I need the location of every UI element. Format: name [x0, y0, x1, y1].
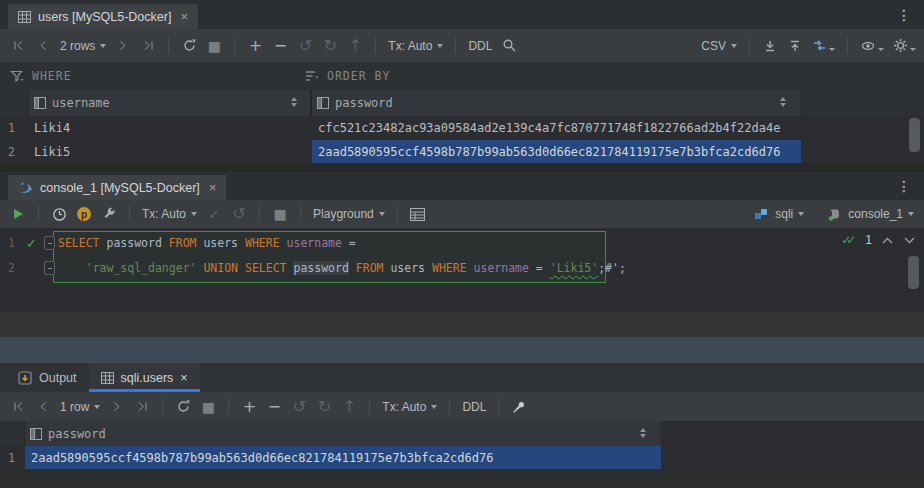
add-row-button[interactable]: + [247, 36, 263, 56]
table-row[interactable]: 1 2aad5890595ccf4598b787b99ab563d0d66ec8… [0, 446, 924, 469]
session-dropdown[interactable]: console_1 [827, 207, 914, 221]
pin-tab-icon[interactable] [511, 397, 527, 417]
delete-row-button[interactable]: − [266, 397, 282, 417]
view-options-eye-icon[interactable] [860, 39, 884, 53]
settings-wrench-icon[interactable] [101, 204, 117, 224]
export-format-dropdown[interactable]: CSV [701, 39, 737, 53]
tab-users-table[interactable]: users [MySQL5-Docker] × [8, 4, 198, 29]
prev-page-button[interactable] [35, 36, 51, 56]
toolbar-separator [300, 206, 301, 222]
where-label: WHERE [32, 69, 72, 83]
undo-icon[interactable]: ↺ [297, 36, 313, 56]
table-row[interactable]: 2 Liki5 2aad5890595ccf4598b787b99ab563d0… [0, 140, 924, 163]
undo-icon[interactable]: ↺ [291, 397, 307, 417]
in-editor-results-icon[interactable] [410, 204, 426, 224]
next-page-button[interactable] [115, 36, 131, 56]
sort-toggle-icon[interactable] [640, 428, 646, 438]
chevron-up-icon[interactable] [881, 236, 894, 245]
first-page-button[interactable] [10, 36, 26, 56]
submit-icon[interactable]: ↑ [347, 36, 363, 56]
rollback-icon[interactable]: ↺ [231, 204, 247, 224]
redo-icon[interactable]: ↻ [316, 397, 332, 417]
last-page-button[interactable] [140, 36, 156, 56]
sort-toggle-icon[interactable] [291, 97, 297, 107]
fold-marker-icon[interactable] [44, 261, 55, 275]
row-count-label: 1 row [60, 400, 89, 414]
code-token: 'raw_sql_danger' [86, 261, 197, 275]
refresh-icon[interactable] [175, 397, 191, 417]
line-number: 2 [8, 256, 15, 281]
where-filter-field[interactable]: WHERE [0, 69, 305, 83]
stop-icon[interactable]: ■ [200, 397, 216, 417]
grid-scrollbar-thumb[interactable] [909, 118, 920, 152]
kebab-menu-icon[interactable]: ⋮ [884, 8, 924, 22]
tab-console-1[interactable]: console_1 [MySQL5-Docker] × [8, 175, 226, 200]
run-button[interactable] [10, 204, 26, 224]
code-token [238, 261, 245, 275]
sort-toggle-icon[interactable] [780, 97, 786, 107]
results-grid-filler [0, 469, 924, 488]
next-page-button[interactable] [109, 397, 125, 417]
redo-icon[interactable]: ↻ [322, 36, 338, 56]
toolbar-separator [168, 38, 169, 54]
compare-data-icon[interactable] [812, 39, 835, 53]
fold-marker-icon[interactable] [44, 236, 55, 250]
column-header-username[interactable]: username [29, 90, 310, 116]
close-icon[interactable]: × [209, 180, 217, 195]
chevron-down-icon[interactable] [903, 236, 916, 245]
tab-sqli-users-result[interactable]: sqli.users × [89, 363, 200, 392]
code-token: password [293, 261, 348, 275]
table-row[interactable]: 1 Liki4 cfc521c23482ac93a09584ad2e139c4a… [0, 116, 924, 140]
toolbar-separator [455, 38, 456, 54]
tx-mode-dropdown[interactable]: Tx: Auto [388, 39, 443, 53]
ddl-button[interactable]: DDL [462, 400, 486, 414]
sql-editor[interactable]: 1 2 ✓ SELECT password FROM users WHERE u… [0, 228, 924, 313]
history-clock-icon[interactable] [51, 204, 67, 224]
toolbar-separator [228, 399, 229, 415]
toolbar-separator [375, 38, 376, 54]
close-icon[interactable]: × [180, 371, 187, 385]
import-upload-icon[interactable] [787, 36, 803, 56]
order-by-field[interactable]: ORDER BY [305, 69, 390, 83]
parameters-badge[interactable]: p [76, 204, 92, 224]
cell-password-selected[interactable]: 2aad5890595ccf4598b787b99ab563d0d66ec821… [312, 140, 801, 163]
prev-page-button[interactable] [35, 397, 51, 417]
double-check-icon: ✓✓ [841, 233, 856, 247]
code-token: UNION [203, 261, 238, 275]
last-page-button[interactable] [134, 397, 150, 417]
tx-mode-dropdown[interactable]: Tx: Auto [382, 400, 437, 414]
cell-password[interactable]: cfc521c23482ac93a09584ad2e139c4a7fc87077… [312, 116, 801, 140]
editor-scrollbar-thumb[interactable] [908, 256, 919, 289]
search-icon[interactable] [501, 36, 517, 56]
header-corner-cell[interactable] [0, 90, 28, 116]
cell-username[interactable]: Liki5 [29, 140, 310, 163]
refresh-icon[interactable] [181, 36, 197, 56]
add-row-button[interactable]: + [241, 397, 257, 417]
page-size-dropdown[interactable]: 1 row [60, 400, 100, 414]
schema-dropdown[interactable]: sqli [754, 207, 804, 221]
kebab-menu-icon[interactable]: ⋮ [884, 179, 924, 193]
stop-icon[interactable]: ■ [206, 36, 222, 56]
settings-gear-icon[interactable] [893, 38, 916, 53]
tx-mode-dropdown[interactable]: Tx: Auto [142, 207, 197, 221]
cell-username[interactable]: Liki4 [29, 116, 310, 140]
tab-output[interactable]: Output [6, 363, 89, 392]
order-by-label: ORDER BY [327, 69, 390, 83]
output-icon [18, 371, 32, 385]
top-grid-header: username password [0, 90, 924, 116]
column-header-password[interactable]: password [312, 90, 801, 116]
delete-row-button[interactable]: − [272, 36, 288, 56]
commit-check-icon[interactable]: ✓ [206, 204, 222, 224]
first-page-button[interactable] [10, 397, 26, 417]
stop-icon[interactable]: ■ [272, 204, 288, 224]
page-size-dropdown[interactable]: 2 rows [60, 39, 106, 53]
cell-password-selected[interactable]: 2aad5890595ccf4598b787b99ab563d0d66ec821… [25, 446, 661, 469]
close-icon[interactable]: × [180, 9, 188, 24]
column-header-password[interactable]: password [25, 421, 661, 446]
playground-dropdown[interactable]: Playground [313, 207, 385, 221]
submit-icon[interactable]: ↑ [341, 397, 357, 417]
export-download-icon[interactable] [762, 36, 778, 56]
ddl-button[interactable]: DDL [468, 39, 492, 53]
header-corner-cell[interactable] [0, 421, 24, 446]
code-token: SELECT [58, 236, 100, 250]
